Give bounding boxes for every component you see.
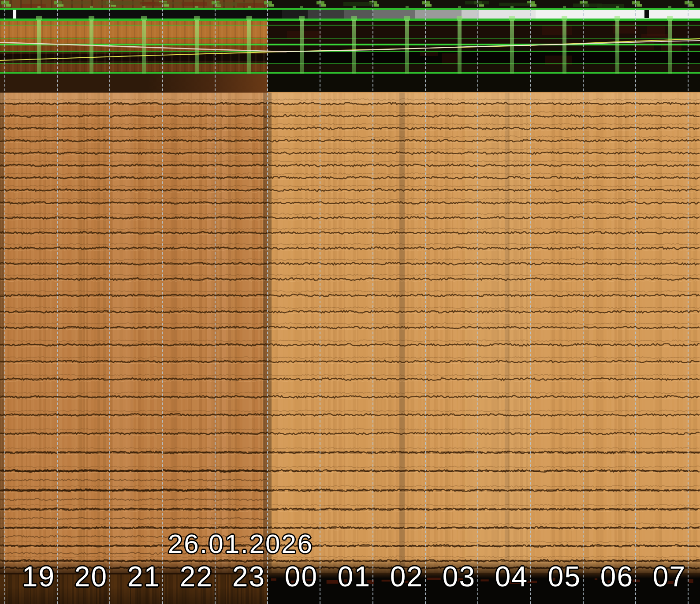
x-tick-label: 06 xyxy=(600,563,633,591)
x-tick-label: 04 xyxy=(495,563,528,591)
time-axis-labels: 19202122230001020304050607 xyxy=(0,0,700,604)
x-tick-label: 23 xyxy=(232,563,265,591)
spectrogram-screen: 26.01.2026 19202122230001020304050607 xyxy=(0,0,700,604)
x-tick-label: 21 xyxy=(127,563,160,591)
x-tick-label: 07 xyxy=(653,563,686,591)
x-tick-label: 00 xyxy=(285,563,318,591)
x-tick-label: 03 xyxy=(443,563,476,591)
x-tick-label: 22 xyxy=(180,563,213,591)
x-tick-label: 02 xyxy=(390,563,423,591)
x-tick-label: 05 xyxy=(548,563,581,591)
x-tick-label: 20 xyxy=(74,563,108,591)
x-tick-label: 19 xyxy=(22,563,55,591)
x-tick-label: 01 xyxy=(338,563,371,591)
